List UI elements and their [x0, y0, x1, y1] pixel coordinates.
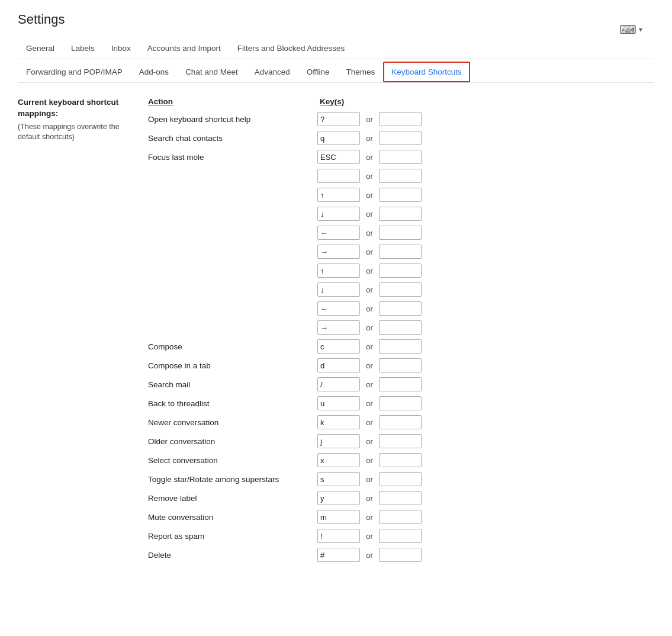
or-label: or: [364, 304, 375, 313]
key-input-primary[interactable]: [317, 301, 360, 316]
action-label: [148, 194, 314, 196]
key-input-primary[interactable]: [317, 415, 360, 429]
key-input-primary[interactable]: [317, 169, 360, 183]
key-input-secondary[interactable]: [379, 434, 422, 448]
keyboard-icon[interactable]: ⌨: [619, 23, 636, 37]
or-label: or: [364, 153, 375, 162]
key-input-secondary[interactable]: [379, 396, 422, 410]
sidebar-subtitle: (These mappings overwrite the default sh…: [18, 122, 130, 143]
keys-group: or: [317, 472, 654, 486]
key-input-secondary[interactable]: [379, 415, 422, 429]
keys-group: or: [317, 339, 654, 354]
key-input-primary[interactable]: [317, 188, 360, 202]
or-label: or: [364, 323, 375, 332]
key-input-primary[interactable]: [317, 207, 360, 221]
tab-labels[interactable]: Labels: [63, 38, 103, 59]
key-input-primary[interactable]: [317, 491, 360, 505]
tab-addons[interactable]: Add-ons: [131, 62, 177, 82]
keys-group: or: [317, 491, 654, 505]
key-input-primary[interactable]: [317, 472, 360, 486]
action-label: Toggle star/Rotate among superstars: [148, 474, 314, 485]
key-input-secondary[interactable]: [379, 112, 422, 126]
table-row: or: [148, 243, 654, 260]
key-input-primary[interactable]: [317, 226, 360, 240]
tab-general[interactable]: General: [18, 38, 63, 59]
key-input-secondary[interactable]: [379, 245, 422, 259]
tab-keyboard-shortcuts[interactable]: Keyboard Shortcuts: [383, 62, 470, 82]
or-label: or: [364, 115, 375, 124]
table-row: Back to threadlistor: [148, 395, 654, 412]
key-input-secondary[interactable]: [379, 169, 422, 183]
key-input-primary[interactable]: [317, 529, 360, 543]
tab-inbox[interactable]: Inbox: [103, 38, 139, 59]
key-input-primary[interactable]: [317, 510, 360, 524]
tab-forwarding-pop[interactable]: Forwarding and POP/IMAP: [18, 62, 131, 82]
keys-group: or: [317, 131, 654, 145]
action-label: Back to threadlist: [148, 398, 314, 409]
or-label: or: [364, 266, 375, 275]
table-row: Remove labelor: [148, 490, 654, 506]
key-input-secondary[interactable]: [379, 301, 422, 316]
key-input-secondary[interactable]: [379, 320, 422, 335]
keys-group: or: [317, 377, 654, 391]
key-input-primary[interactable]: [317, 339, 360, 354]
key-input-primary[interactable]: [317, 245, 360, 259]
table-row: or: [148, 319, 654, 336]
keys-group: or: [317, 358, 654, 372]
tab-accounts-import[interactable]: Accounts and Import: [139, 38, 229, 59]
table-row: or: [148, 300, 654, 317]
key-input-primary[interactable]: [317, 320, 360, 335]
key-input-primary[interactable]: [317, 112, 360, 126]
keys-group: or: [317, 169, 654, 183]
key-input-secondary[interactable]: [379, 282, 422, 297]
key-input-secondary[interactable]: [379, 491, 422, 505]
key-input-secondary[interactable]: [379, 131, 422, 145]
key-input-secondary[interactable]: [379, 529, 422, 543]
key-input-secondary[interactable]: [379, 548, 422, 562]
key-input-secondary[interactable]: [379, 188, 422, 202]
key-input-secondary[interactable]: [379, 472, 422, 486]
key-input-secondary[interactable]: [379, 226, 422, 240]
header-keys: Key(s): [320, 97, 654, 106]
key-input-secondary[interactable]: [379, 453, 422, 467]
key-input-primary[interactable]: [317, 548, 360, 562]
key-input-secondary[interactable]: [379, 150, 422, 164]
tab-themes[interactable]: Themes: [338, 62, 384, 82]
key-input-primary[interactable]: [317, 453, 360, 467]
tab-filters-blocked[interactable]: Filters and Blocked Addresses: [229, 38, 353, 59]
or-label: or: [364, 342, 375, 351]
key-input-secondary[interactable]: [379, 377, 422, 391]
table-row: Newer conversationor: [148, 414, 654, 431]
keys-group: or: [317, 112, 654, 126]
key-input-secondary[interactable]: [379, 339, 422, 354]
table-row: or: [148, 281, 654, 298]
or-label: or: [364, 551, 375, 560]
tab-offline[interactable]: Offline: [298, 62, 338, 82]
key-input-secondary[interactable]: [379, 264, 422, 278]
key-input-secondary[interactable]: [379, 358, 422, 372]
or-label: or: [364, 380, 375, 389]
key-input-primary[interactable]: [317, 377, 360, 391]
key-input-primary[interactable]: [317, 434, 360, 448]
table-row: Older conversationor: [148, 433, 654, 449]
dropdown-arrow-icon[interactable]: ▾: [639, 25, 642, 34]
or-label: or: [364, 210, 375, 219]
key-input-primary[interactable]: [317, 131, 360, 145]
key-input-primary[interactable]: [317, 396, 360, 410]
or-label: or: [364, 191, 375, 200]
key-input-primary[interactable]: [317, 282, 360, 297]
key-input-primary[interactable]: [317, 264, 360, 278]
tab-chat-meet[interactable]: Chat and Meet: [177, 62, 246, 82]
or-label: or: [364, 285, 375, 294]
or-label: or: [364, 399, 375, 408]
nav-row-1: General Labels Inbox Accounts and Import…: [18, 38, 654, 59]
or-label: or: [364, 134, 375, 143]
key-input-secondary[interactable]: [379, 510, 422, 524]
table-row: or: [148, 187, 654, 203]
or-label: or: [364, 494, 375, 503]
table-row: Composeor: [148, 338, 654, 355]
key-input-primary[interactable]: [317, 150, 360, 164]
tab-advanced[interactable]: Advanced: [246, 62, 298, 82]
key-input-secondary[interactable]: [379, 207, 422, 221]
key-input-primary[interactable]: [317, 358, 360, 372]
